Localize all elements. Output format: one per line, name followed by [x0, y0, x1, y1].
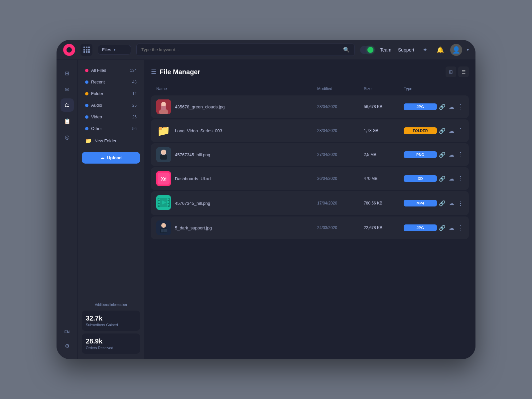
cloud-download-icon[interactable]: ☁	[449, 152, 454, 158]
file-thumbnail	[156, 195, 171, 211]
sidebar-item-audio[interactable]: Audio 25	[82, 100, 140, 110]
link-icon[interactable]: 🔗	[439, 200, 446, 206]
sidebar-item-recent[interactable]: Recent 43	[82, 77, 140, 87]
star-button[interactable]: ✦	[420, 45, 430, 55]
file-modified: 26/04/2020	[317, 176, 364, 181]
table-row: 45767345_hill.png 17/04/2020 780,56 KB M…	[151, 191, 469, 215]
files-dropdown[interactable]: Files ▾	[98, 45, 131, 55]
file-name-cell: Xd Dashboards_UI.xd	[156, 171, 317, 186]
link-icon[interactable]: 🔗	[439, 128, 446, 134]
new-folder-item[interactable]: 📁 New Folder	[82, 135, 140, 147]
upload-button[interactable]: ☁ Upload	[82, 152, 140, 164]
file-modified: 28/04/2020	[317, 128, 364, 133]
file-name: Dashboards_UI.xd	[175, 176, 211, 181]
link-icon[interactable]: 🔗	[439, 152, 446, 158]
search-icon: 🔍	[343, 47, 350, 53]
table-row: Xd Dashboards_UI.xd 26/04/2020 470 MB XD…	[151, 167, 469, 190]
search-input[interactable]	[141, 47, 340, 52]
nav-team[interactable]: Team	[380, 47, 391, 53]
recent-label: Recent	[91, 79, 130, 84]
file-thumbnail	[156, 99, 171, 114]
table-header: Name Modified Size Type	[151, 84, 469, 94]
file-size: 56,678 KB	[364, 104, 404, 109]
sidebar-icon-globe[interactable]: ◎	[61, 130, 74, 144]
avatar[interactable]: 👤	[450, 44, 462, 56]
toggle-switch[interactable]	[360, 46, 375, 54]
sidebar-icon-grid[interactable]: ⊞	[61, 66, 74, 80]
type-badge: JPG	[404, 224, 437, 231]
toggle-knob	[367, 47, 373, 53]
file-actions: 🔗 ☁ ⋮	[437, 127, 464, 134]
file-modified: 28/04/2020	[317, 104, 364, 109]
link-icon[interactable]: 🔗	[439, 104, 446, 110]
cloud-download-icon[interactable]: ☁	[449, 225, 454, 231]
sidebar-item-all-files[interactable]: All Files 134	[82, 65, 140, 75]
file-actions: 🔗 ☁ ⋮	[437, 175, 464, 182]
file-modified: 17/04/2020	[317, 201, 364, 205]
video-count: 26	[132, 115, 137, 119]
sidebar-icon-files[interactable]: 🗂	[61, 98, 74, 112]
new-folder-icon: 📁	[85, 138, 92, 144]
type-badge: MP4	[404, 200, 437, 206]
stat-subscribers: 32.7k Subscribers Gained	[82, 311, 140, 331]
svg-point-24	[161, 223, 166, 228]
type-badge: XD	[404, 175, 437, 182]
file-name: 435678_green_clouds.jpg	[175, 104, 225, 109]
svg-rect-17	[158, 204, 160, 205]
more-icon[interactable]: ⋮	[458, 151, 464, 158]
cloud-download-icon[interactable]: ☁	[449, 128, 454, 134]
stat-orders-value: 28.9k	[86, 337, 136, 345]
sidebar-icon-docs[interactable]: 📋	[61, 114, 74, 128]
audio-dot	[85, 104, 88, 107]
top-bar-actions: ✦ 🔔 👤 ▾	[420, 44, 469, 56]
svg-point-8	[162, 150, 166, 154]
svg-rect-26	[161, 229, 164, 232]
grid-menu-button[interactable]	[80, 44, 92, 56]
upload-cloud-icon: ☁	[100, 155, 104, 160]
star-icon: ✦	[423, 46, 428, 54]
sidebar-item-video[interactable]: Video 26	[82, 112, 140, 122]
col-modified: Modified	[317, 86, 364, 91]
icon-sidebar: ⊞ ✉ 🗂 📋 ◎ EN ⚙	[57, 60, 78, 359]
link-icon[interactable]: 🔗	[439, 225, 446, 231]
more-icon[interactable]: ⋮	[458, 200, 464, 207]
recent-count: 43	[132, 80, 137, 84]
all-files-dot	[85, 69, 88, 72]
audio-label: Audio	[91, 103, 130, 108]
col-size: Size	[364, 86, 404, 91]
table-row: 5_dark_support.jpg 24/03/2020 22,678 KB …	[151, 216, 469, 239]
grid-view-button[interactable]: ⊞	[446, 66, 456, 77]
sidebar-item-folder[interactable]: Folder 12	[82, 88, 140, 99]
dropdown-arrow-icon: ▾	[114, 48, 115, 52]
sidebar-item-other[interactable]: Other 56	[82, 123, 140, 134]
svg-rect-15	[158, 199, 160, 200]
more-icon[interactable]: ⋮	[458, 103, 464, 110]
top-bar: Files ▾ 🔍 Team Support ✦ 🔔 👤 ▾	[57, 40, 475, 60]
bell-button[interactable]: 🔔	[435, 45, 446, 55]
file-name-cell: 435678_green_clouds.jpg	[156, 99, 317, 114]
list-view-button[interactable]: ☰	[458, 66, 469, 77]
file-thumbnail: 📁	[156, 123, 171, 138]
more-icon[interactable]: ⋮	[458, 224, 464, 231]
svg-rect-27	[164, 229, 167, 232]
svg-rect-16	[158, 201, 160, 203]
nav-support[interactable]: Support	[398, 47, 414, 53]
settings-icon-button[interactable]: ⚙	[61, 339, 74, 352]
file-size: 2,5 MB	[364, 152, 404, 157]
file-modified: 24/03/2020	[317, 225, 364, 230]
sidebar-icon-mail[interactable]: ✉	[61, 82, 74, 96]
link-icon[interactable]: 🔗	[439, 176, 446, 182]
svg-rect-18	[167, 199, 169, 200]
more-icon[interactable]: ⋮	[458, 127, 464, 134]
more-icon[interactable]: ⋮	[458, 175, 464, 182]
stat-orders-label: Orders Received	[86, 346, 136, 350]
file-name: 45767345_hill.png	[175, 201, 210, 206]
cloud-download-icon[interactable]: ☁	[449, 104, 454, 110]
main-layout: ⊞ ✉ 🗂 📋 ◎ EN ⚙ All Files 134 Recent 43	[57, 60, 475, 359]
file-name: Long_Video_Series_003	[175, 128, 222, 133]
cloud-download-icon[interactable]: ☁	[449, 200, 454, 206]
new-folder-label: New Folder	[94, 138, 116, 143]
additional-info-label: Additional information	[82, 303, 140, 307]
cloud-download-icon[interactable]: ☁	[449, 176, 454, 182]
folder-count: 12	[132, 91, 137, 96]
